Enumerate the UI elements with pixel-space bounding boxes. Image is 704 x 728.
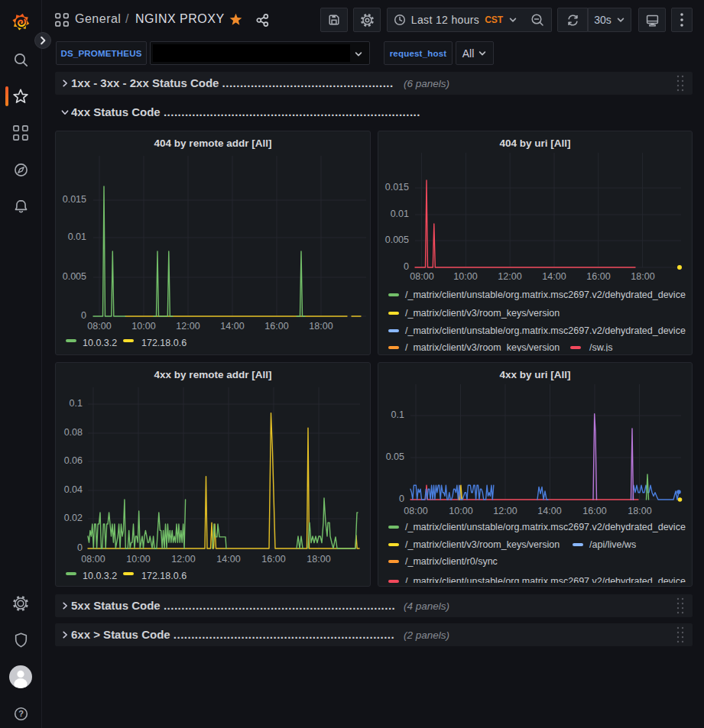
- svg-text:0.1: 0.1: [70, 398, 83, 409]
- svg-text:0.01: 0.01: [391, 209, 409, 219]
- svg-text:172.18.0.6: 172.18.0.6: [141, 338, 187, 348]
- svg-text:10:00: 10:00: [131, 321, 155, 332]
- svg-text:16:00: 16:00: [264, 321, 288, 332]
- svg-text:08:00: 08:00: [81, 554, 105, 565]
- svg-text:12:00: 12:00: [498, 271, 521, 282]
- svg-text:/_matrix/client/r0/sync: /_matrix/client/r0/sync: [405, 556, 498, 567]
- svg-text:172.18.0.6: 172.18.0.6: [141, 571, 187, 581]
- svg-text:0.02: 0.02: [64, 513, 83, 523]
- svg-text:08:00: 08:00: [410, 271, 433, 282]
- svg-text:?: ?: [18, 709, 24, 718]
- svg-text:10:00: 10:00: [449, 506, 472, 516]
- svg-text:0.06: 0.06: [64, 455, 83, 466]
- svg-text:0: 0: [77, 542, 83, 553]
- svg-text:18:00: 18:00: [309, 321, 333, 332]
- svg-text:0.05: 0.05: [386, 451, 404, 462]
- svg-text:0.08: 0.08: [64, 427, 83, 438]
- svg-text:18:00: 18:00: [631, 271, 654, 282]
- svg-text:18:00: 18:00: [628, 506, 651, 516]
- svg-text:0.1: 0.1: [391, 409, 404, 420]
- svg-text:16:00: 16:00: [582, 506, 606, 516]
- svg-text:/sw.js: /sw.js: [589, 342, 613, 351]
- svg-text:14:00: 14:00: [220, 321, 244, 332]
- svg-text:0: 0: [404, 261, 409, 272]
- svg-text:14:00: 14:00: [537, 506, 561, 516]
- svg-text:10.0.3.2: 10.0.3.2: [83, 571, 117, 581]
- svg-text:/_matrix/client/v3/room_keys/v: /_matrix/client/v3/room_keys/version: [405, 342, 560, 351]
- svg-text:0.015: 0.015: [63, 194, 86, 205]
- svg-text:12:00: 12:00: [493, 506, 517, 516]
- svg-text:08:00: 08:00: [404, 506, 427, 516]
- svg-text:12:00: 12:00: [171, 554, 195, 565]
- svg-text:10:00: 10:00: [126, 554, 150, 565]
- svg-text:16:00: 16:00: [586, 271, 610, 282]
- svg-text:0: 0: [399, 493, 404, 504]
- svg-text:/_matrix/client/unstable/org.m: /_matrix/client/unstable/org.matrix.msc2…: [405, 522, 686, 532]
- svg-text:/_matrix/client/v3/room_keys/v: /_matrix/client/v3/room_keys/version: [405, 308, 560, 319]
- svg-text:0.015: 0.015: [385, 182, 409, 193]
- svg-text:16:00: 16:00: [261, 554, 285, 565]
- svg-text:/_matrix/client/unstable/org.m: /_matrix/client/unstable/org.matrix.msc2…: [405, 325, 686, 336]
- svg-text:0.04: 0.04: [64, 484, 83, 495]
- svg-text:12:00: 12:00: [176, 321, 200, 332]
- svg-text:/_matrix/client/unstable/org.m: /_matrix/client/unstable/org.matrix.msc2…: [405, 290, 686, 300]
- svg-text:0.005: 0.005: [63, 271, 86, 282]
- svg-text:08:00: 08:00: [87, 321, 111, 332]
- svg-text:0.005: 0.005: [385, 235, 409, 245]
- svg-text:14:00: 14:00: [216, 554, 240, 565]
- svg-text:10:00: 10:00: [453, 271, 477, 282]
- svg-text:/_matrix/client/unstable/org.m: /_matrix/client/unstable/org.matrix.msc2…: [405, 576, 686, 583]
- svg-text:10.0.3.2: 10.0.3.2: [83, 338, 117, 348]
- svg-text:14:00: 14:00: [542, 271, 566, 282]
- svg-text:0.01: 0.01: [68, 231, 86, 242]
- svg-text:/api/live/ws: /api/live/ws: [589, 539, 636, 550]
- svg-text:18:00: 18:00: [307, 554, 330, 565]
- svg-text:0: 0: [81, 310, 86, 321]
- svg-text:/_matrix/client/v3/room_keys/v: /_matrix/client/v3/room_keys/version: [405, 539, 560, 550]
